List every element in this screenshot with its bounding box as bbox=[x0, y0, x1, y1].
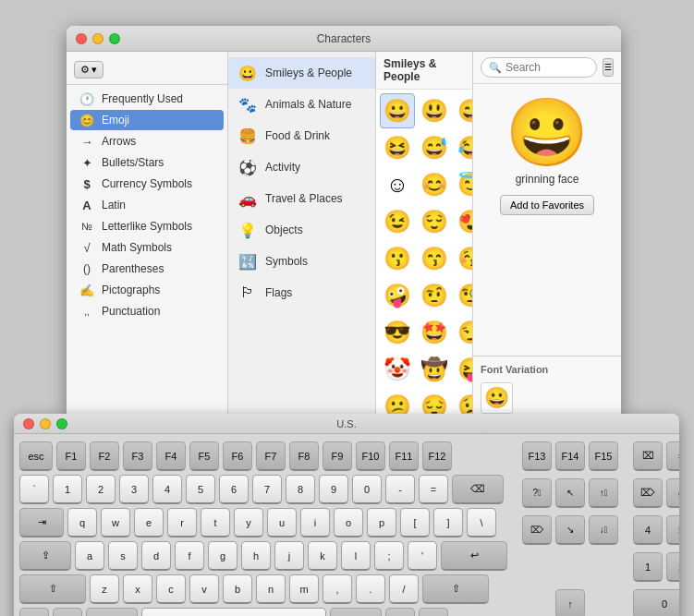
key-f2[interactable]: F2 bbox=[90, 441, 119, 471]
category-travel-places[interactable]: 🚗 Travel & Places bbox=[228, 183, 375, 214]
emoji-cell[interactable]: 😊 bbox=[417, 167, 452, 202]
emoji-cell[interactable]: 😆 bbox=[380, 130, 415, 165]
key-end[interactable]: ↘ bbox=[555, 515, 585, 545]
key-5[interactable]: 5 bbox=[186, 475, 215, 504]
sidebar-item-pictographs[interactable]: ✍ Pictographs bbox=[70, 280, 224, 300]
key-f13[interactable]: F13 bbox=[522, 441, 552, 471]
category-smileys-people[interactable]: 😀 Smileys & People bbox=[228, 57, 375, 89]
emoji-cell[interactable]: 😌 bbox=[417, 204, 452, 239]
key-num-1[interactable]: 1 bbox=[633, 552, 663, 582]
key-return[interactable]: ↩ bbox=[441, 541, 507, 571]
key-esc[interactable]: esc bbox=[19, 441, 53, 471]
minimize-button[interactable] bbox=[92, 33, 103, 44]
key-q[interactable]: q bbox=[67, 508, 97, 537]
key-help[interactable]: ?⃝ bbox=[522, 478, 552, 508]
key-h[interactable]: h bbox=[241, 541, 271, 571]
sidebar-item-frequently-used[interactable]: 🕐 Frequently Used bbox=[70, 89, 224, 109]
key-o[interactable]: o bbox=[334, 508, 363, 537]
key-f6[interactable]: F6 bbox=[223, 441, 252, 471]
key-num-4[interactable]: 4 bbox=[633, 515, 663, 545]
emoji-cell[interactable]: 😃 bbox=[417, 93, 452, 128]
key-space[interactable] bbox=[141, 608, 326, 616]
category-food-drink[interactable]: 🍔 Food & Drink bbox=[228, 120, 375, 151]
category-symbols[interactable]: 🔣 Symbols bbox=[228, 246, 375, 277]
key-8[interactable]: 8 bbox=[286, 475, 315, 504]
key-a[interactable]: a bbox=[75, 541, 104, 571]
key-e[interactable]: e bbox=[134, 508, 164, 537]
key-slash[interactable]: / bbox=[389, 574, 419, 604]
key-g[interactable]: g bbox=[208, 541, 237, 571]
key-k[interactable]: k bbox=[308, 541, 337, 571]
key-f15[interactable]: F15 bbox=[589, 441, 618, 471]
key-pgdn[interactable]: ↓⃝ bbox=[589, 515, 618, 545]
key-f10[interactable]: F10 bbox=[356, 441, 385, 471]
key-0[interactable]: 0 bbox=[352, 475, 382, 504]
key-shift-right[interactable]: ⇧ bbox=[422, 574, 489, 604]
key-f3[interactable]: F3 bbox=[123, 441, 152, 471]
sidebar-item-math-symbols[interactable]: √ Math Symbols bbox=[70, 237, 224, 258]
emoji-cell[interactable]: 😀 bbox=[380, 93, 415, 128]
key-arrow-up[interactable]: ↑ bbox=[555, 589, 585, 616]
emoji-cell[interactable]: 😚 bbox=[454, 241, 473, 276]
key-num-2[interactable]: 2 bbox=[666, 552, 679, 582]
category-animals-nature[interactable]: 🐾 Animals & Nature bbox=[228, 89, 375, 120]
key-cmd-right[interactable]: ⌘ bbox=[330, 608, 382, 616]
key-equals[interactable]: = bbox=[419, 475, 448, 504]
list-view-toggle[interactable]: ☰ bbox=[603, 58, 614, 77]
emoji-cell[interactable]: 😙 bbox=[417, 241, 452, 276]
key-1[interactable]: 1 bbox=[53, 475, 82, 504]
key-num-eq[interactable]: = bbox=[666, 441, 679, 471]
key-quote[interactable]: ' bbox=[408, 541, 437, 571]
key-v[interactable]: v bbox=[189, 574, 219, 604]
key-d[interactable]: d bbox=[141, 541, 171, 571]
sidebar-item-parentheses[interactable]: () Parentheses bbox=[70, 259, 224, 279]
key-x[interactable]: x bbox=[123, 574, 152, 604]
key-4[interactable]: 4 bbox=[152, 475, 182, 504]
key-tab[interactable]: ⇥ bbox=[19, 508, 64, 537]
emoji-cell[interactable]: 😍 bbox=[454, 204, 473, 239]
key-rbracket[interactable]: ] bbox=[433, 508, 463, 537]
emoji-cell[interactable]: ☺️ bbox=[380, 167, 415, 202]
key-cmd-left[interactable]: ⌘ bbox=[86, 608, 138, 616]
key-7[interactable]: 7 bbox=[252, 475, 282, 504]
key-pgup[interactable]: ↑⃝ bbox=[589, 478, 618, 508]
key-f1[interactable]: F1 bbox=[56, 441, 86, 471]
key-backspace[interactable]: ⌫ bbox=[452, 475, 504, 504]
key-f8[interactable]: F8 bbox=[289, 441, 319, 471]
key-num-clear[interactable]: ⌧ bbox=[633, 441, 663, 471]
key-b[interactable]: b bbox=[223, 574, 252, 604]
category-activity[interactable]: ⚽ Activity bbox=[228, 151, 375, 183]
sidebar-item-letterlike-symbols[interactable]: № Letterlike Symbols bbox=[70, 216, 224, 236]
key-num-enter2[interactable]: ⌦ bbox=[633, 478, 663, 508]
emoji-cell[interactable]: 😎 bbox=[380, 315, 415, 350]
category-objects[interactable]: 💡 Objects bbox=[228, 214, 375, 246]
emoji-cell[interactable]: 🤠 bbox=[417, 352, 452, 387]
emoji-cell[interactable]: 😗 bbox=[380, 241, 415, 276]
gear-button[interactable]: ⚙ ▾ bbox=[74, 61, 103, 79]
kb-minimize-button[interactable] bbox=[40, 418, 51, 429]
emoji-cell[interactable]: 😇 bbox=[454, 167, 473, 202]
key-f[interactable]: f bbox=[175, 541, 204, 571]
key-f9[interactable]: F9 bbox=[323, 441, 352, 471]
key-period[interactable]: . bbox=[356, 574, 385, 604]
sidebar-item-emoji[interactable]: 😊 Emoji bbox=[70, 110, 224, 130]
key-caps-lock[interactable]: ⇪ bbox=[19, 541, 71, 571]
emoji-cell[interactable]: 😂 bbox=[454, 130, 473, 165]
key-num-5[interactable]: 5 bbox=[666, 515, 679, 545]
key-shift-left[interactable]: ⇧ bbox=[19, 574, 86, 604]
key-semicolon[interactable]: ; bbox=[374, 541, 404, 571]
key-f12[interactable]: F12 bbox=[422, 441, 452, 471]
key-u[interactable]: u bbox=[267, 508, 297, 537]
sidebar-item-currency-symbols[interactable]: $ Currency Symbols bbox=[70, 174, 224, 194]
emoji-cell[interactable]: 🤨 bbox=[417, 278, 452, 313]
key-del[interactable]: ⌦ bbox=[522, 515, 552, 545]
kb-close-button[interactable] bbox=[23, 418, 34, 429]
key-t[interactable]: t bbox=[201, 508, 230, 537]
sidebar-item-punctuation[interactable]: ,, Punctuation bbox=[70, 301, 224, 321]
key-minus[interactable]: - bbox=[385, 475, 415, 504]
key-alt-right[interactable]: ⌥ bbox=[385, 608, 415, 616]
key-j[interactable]: j bbox=[274, 541, 304, 571]
category-flags[interactable]: 🏳 Flags bbox=[228, 277, 375, 308]
key-lbracket[interactable]: [ bbox=[400, 508, 430, 537]
key-f4[interactable]: F4 bbox=[156, 441, 186, 471]
